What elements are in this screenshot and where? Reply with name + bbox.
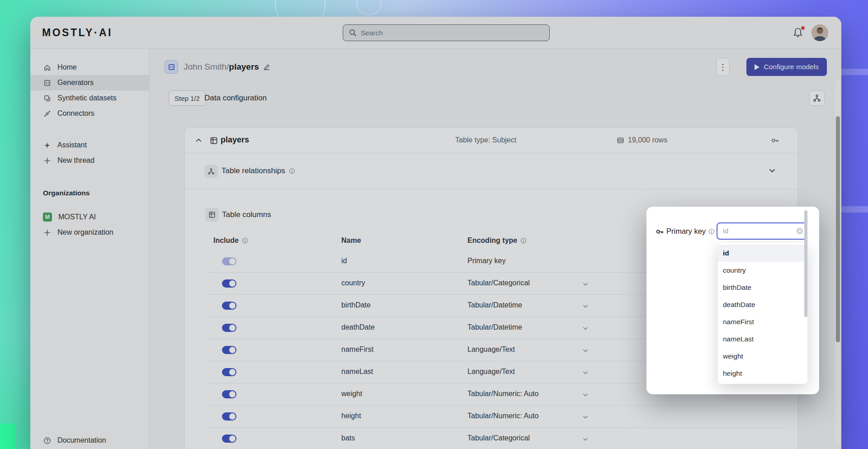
primary-key-popover: Primary key id country birthDate deathDa…: [646, 207, 819, 394]
app-window: MOSTLY·AI Home Generat: [30, 17, 841, 449]
dropdown-option[interactable]: birthDate: [718, 279, 807, 296]
desktop-background: MOSTLY·AI Home Generat: [0, 0, 868, 449]
primary-key-label: Primary key: [666, 227, 706, 236]
dropdown-scrollbar-thumb[interactable]: [804, 210, 807, 317]
clear-input-icon[interactable]: [796, 227, 803, 235]
dropdown-option[interactable]: deathDate: [718, 296, 807, 313]
dropdown-option[interactable]: nameFirst: [718, 313, 807, 331]
dropdown-option[interactable]: id: [718, 245, 807, 262]
dropdown-option[interactable]: weight: [718, 348, 807, 365]
background-decoration-circle: [356, 0, 382, 15]
primary-key-combobox-input[interactable]: [717, 222, 807, 240]
info-icon: [708, 228, 715, 235]
dropdown-option[interactable]: country: [718, 262, 807, 279]
background-accent-square: [0, 424, 15, 449]
dropdown-option[interactable]: nameLast: [718, 331, 807, 348]
primary-key-dropdown: id country birthDate deathDate nameFirst…: [718, 243, 807, 384]
key-icon: [656, 227, 664, 236]
dropdown-option[interactable]: height: [718, 365, 807, 382]
